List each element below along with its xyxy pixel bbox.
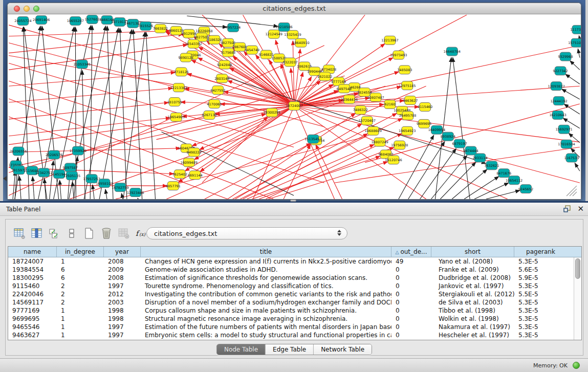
graph-node[interactable]: 9890128 bbox=[179, 53, 193, 62]
graph-node[interactable]: 7485083 bbox=[397, 65, 412, 74]
table-cell[interactable]: 0 bbox=[391, 282, 431, 290]
table-scrollbar[interactable] bbox=[574, 257, 581, 340]
table-cell[interactable]: 9463627 bbox=[8, 331, 57, 339]
delete-table-icon[interactable]: ✕ bbox=[115, 226, 133, 241]
table-cell[interactable]: 0 bbox=[391, 274, 431, 282]
column-header-year[interactable]: year bbox=[104, 247, 141, 257]
table-cell[interactable]: 5.3E-5 bbox=[514, 323, 567, 331]
table-cell[interactable]: Tibbo et al. (1998) bbox=[431, 307, 514, 315]
graph-node[interactable]: 7625402 bbox=[172, 170, 187, 179]
table-row[interactable]: 1830029562008Estimation of significance … bbox=[8, 274, 581, 282]
memory-status-icon[interactable] bbox=[573, 362, 580, 369]
panel-collapse-arrow[interactable] bbox=[3, 176, 7, 181]
table-cell[interactable]: 22420046 bbox=[8, 290, 57, 298]
graph-node[interactable]: 6879197 bbox=[452, 139, 467, 148]
graph-node[interactable]: 2718126 bbox=[174, 68, 189, 76]
table-row[interactable]: 1938455462009Genome-wide association stu… bbox=[8, 266, 581, 274]
table-cell[interactable]: 2 bbox=[57, 298, 104, 307]
graph-node[interactable]: 10655287 bbox=[67, 16, 84, 25]
graph-node[interactable]: 7663822 bbox=[153, 24, 168, 33]
table-cell[interactable]: 2009 bbox=[104, 266, 141, 274]
table-scrollbar-thumb[interactable] bbox=[575, 258, 580, 279]
delete-column-icon[interactable] bbox=[98, 226, 115, 241]
tab-node-table[interactable]: Node Table bbox=[217, 344, 266, 355]
table-settings-icon[interactable]: ⚙ bbox=[11, 226, 28, 241]
graph-node[interactable]: 7632621 bbox=[484, 161, 499, 170]
table-cell[interactable]: 2008 bbox=[104, 257, 141, 266]
graph-node[interactable]: 15692971 bbox=[555, 125, 572, 134]
table-cell[interactable]: 19384554 bbox=[8, 266, 57, 274]
graph-node[interactable]: 3175685 bbox=[221, 48, 235, 57]
table-cell[interactable]: 0 bbox=[391, 298, 431, 307]
table-row[interactable]: 1456911722003Disruption of a novel membe… bbox=[8, 298, 581, 307]
splitter-handle[interactable] bbox=[290, 200, 296, 202]
table-cell[interactable]: 14569117 bbox=[8, 298, 57, 307]
table-cell[interactable]: 0 bbox=[391, 266, 431, 274]
table-cell[interactable]: 9699695 bbox=[8, 315, 57, 323]
graph-node[interactable]: 9115460 bbox=[418, 103, 432, 112]
graph-node[interactable]: 62160 bbox=[384, 100, 396, 109]
table-row[interactable]: 977716911998Corpus callosum shape and si… bbox=[8, 307, 581, 315]
graph-node[interactable]: 16210643 bbox=[549, 111, 566, 119]
graph-node[interactable]: 20691406 bbox=[33, 15, 50, 24]
table-cell[interactable]: Stergiakouli et al. (2012) bbox=[431, 290, 514, 298]
table-cell[interactable]: 1998 bbox=[104, 307, 141, 315]
table-cell[interactable]: Estimation of the future numbers of pati… bbox=[141, 323, 391, 331]
resize-grip[interactable] bbox=[567, 186, 577, 196]
table-cell[interactable]: 9777169 bbox=[8, 307, 57, 315]
table-cell[interactable]: Corpus callosum shape and size in male p… bbox=[141, 307, 391, 315]
column-header-short[interactable]: short bbox=[431, 247, 514, 257]
graph-node[interactable]: 9245652 bbox=[518, 185, 533, 193]
table-cell[interactable]: 5.3E-5 bbox=[514, 331, 567, 339]
table-cell[interactable]: 18724007 bbox=[8, 257, 57, 266]
row-height-icon[interactable] bbox=[63, 226, 80, 241]
table-row[interactable]: 2242004622012Investigating the contribut… bbox=[8, 290, 581, 298]
graph-node[interactable]: 24055724 bbox=[14, 16, 31, 25]
table-cell[interactable]: 0 bbox=[391, 331, 431, 339]
table-cell[interactable]: 5.9E-5 bbox=[514, 274, 567, 282]
table-cell[interactable]: 1 bbox=[57, 307, 104, 315]
table-cell[interactable]: 1 bbox=[57, 323, 104, 331]
table-cell[interactable]: Nakamura et al. (1997) bbox=[431, 323, 514, 331]
graph-node[interactable]: 8267130 bbox=[202, 111, 216, 119]
network-canvas[interactable]: 1872400718300295766382298601288912954182… bbox=[8, 15, 581, 199]
table-cell[interactable]: Jankovic et al. (1997) bbox=[431, 282, 514, 290]
graph-node[interactable]: 2803144 bbox=[214, 74, 229, 83]
table-cell[interactable]: 0 bbox=[391, 290, 431, 298]
graph-node[interactable]: 9699695 bbox=[417, 119, 431, 128]
graph-node[interactable]: 8322037 bbox=[282, 58, 297, 67]
combobox-stepper-icon[interactable] bbox=[337, 230, 341, 236]
graph-node[interactable]: 7815526 bbox=[138, 21, 153, 30]
table-selector-combobox[interactable]: citations_edges.txt bbox=[146, 227, 347, 239]
column-header-out_de[interactable]: △out_de... bbox=[391, 247, 431, 257]
graph-node[interactable]: 8186328 bbox=[207, 35, 222, 44]
table-cell[interactable]: 2008 bbox=[104, 274, 141, 282]
table-cell[interactable]: 0 bbox=[391, 307, 431, 315]
table-cell[interactable]: Tourette syndrome. Phenomenology and cla… bbox=[141, 282, 391, 290]
graph-node[interactable]: 18640910 bbox=[292, 38, 309, 47]
table-cell[interactable]: 1 bbox=[57, 257, 104, 266]
graph-node[interactable]: 4170061 bbox=[207, 100, 222, 108]
table-cell[interactable]: 1 bbox=[57, 331, 104, 339]
table-cell[interactable]: 0 bbox=[391, 315, 431, 323]
table-cell[interactable]: 5.3E-5 bbox=[514, 282, 567, 290]
table-row[interactable]: 911546021997Tourette syndrome. Phenomeno… bbox=[8, 282, 581, 290]
graph-node[interactable]: 9097587 bbox=[63, 163, 78, 172]
table-cell[interactable]: 5.3E-5 bbox=[514, 307, 567, 315]
table-cell[interactable]: Estimation of significance thresholds fo… bbox=[141, 274, 391, 282]
table-cell[interactable]: 18300295 bbox=[8, 274, 57, 282]
show-hidden-columns-icon[interactable]: ✓✓ bbox=[46, 226, 63, 241]
graph-node[interactable]: 12444192 bbox=[550, 97, 567, 105]
table-cell[interactable]: 2 bbox=[57, 290, 104, 298]
graph-node[interactable]: 1167533 bbox=[564, 154, 579, 162]
table-cell[interactable]: Structural magnetic resonance image aver… bbox=[141, 315, 391, 323]
graph-node[interactable]: 8427552 bbox=[210, 86, 225, 95]
table-cell[interactable]: 1997 bbox=[104, 282, 141, 290]
graph-node[interactable]: 1691144 bbox=[187, 171, 202, 180]
table-cell[interactable]: 6 bbox=[57, 274, 104, 282]
select-columns-icon[interactable] bbox=[28, 226, 46, 241]
window-titlebar[interactable]: citations_edges.txt bbox=[8, 3, 581, 14]
close-icon[interactable]: ✕ bbox=[577, 205, 584, 213]
graph-node[interactable]: 13325419 bbox=[284, 30, 301, 39]
graph-node[interactable]: 16648784 bbox=[444, 47, 461, 56]
